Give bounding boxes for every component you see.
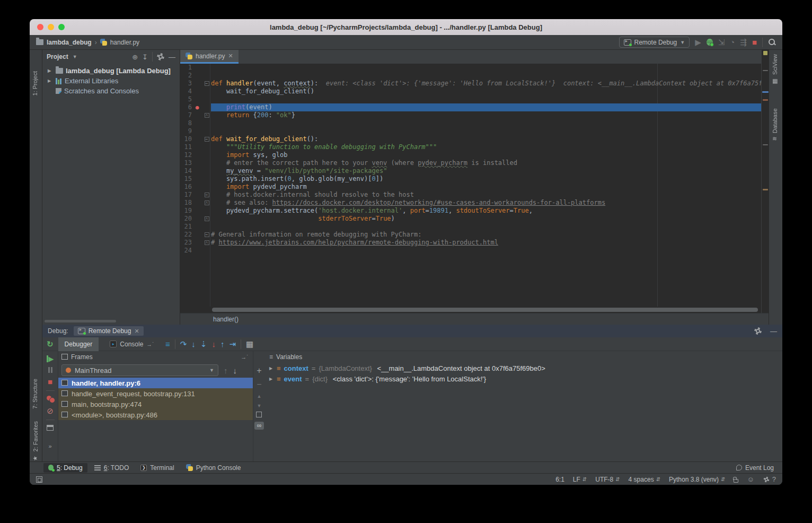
- layout-menu-icon[interactable]: ≡: [165, 340, 170, 348]
- stop-debug-button[interactable]: ■: [48, 378, 52, 386]
- inspections-profile-icon[interactable]: ☺: [747, 475, 754, 483]
- breakpoint-gutter[interactable]: [192, 151, 202, 159]
- breakpoint-gutter[interactable]: [192, 239, 202, 247]
- code-line[interactable]: 23˄# https://www.jetbrains.com/help/pych…: [180, 239, 761, 247]
- breakpoint-gutter[interactable]: [192, 135, 202, 143]
- mute-breakpoints-button[interactable]: ⊘: [47, 407, 54, 415]
- toolwindow-button-todo[interactable]: 6: TODO: [90, 463, 134, 473]
- stop-button[interactable]: ■: [752, 38, 757, 46]
- breakpoint-gutter[interactable]: [192, 72, 202, 80]
- locate-file-icon[interactable]: ⊕: [132, 53, 138, 61]
- close-icon[interactable]: ✕: [134, 328, 139, 335]
- editor-context-breadcrumb[interactable]: handler(): [180, 313, 769, 325]
- toolwindow-button-terminal[interactable]: ❯Terminal: [136, 463, 179, 473]
- code-line[interactable]: 1: [180, 64, 761, 72]
- hide-panel-icon[interactable]: —: [770, 327, 777, 335]
- variables-menu-icon[interactable]: ≡: [269, 353, 273, 361]
- variable-row[interactable]: ▶≡context = {LambdaContext} <__main__.La…: [265, 363, 782, 373]
- breakpoint-gutter[interactable]: [192, 111, 202, 119]
- code-line[interactable]: 7˄ return {200: "ok"}: [180, 111, 761, 119]
- breakpoint-gutter[interactable]: [192, 167, 202, 175]
- breakpoint-gutter[interactable]: [192, 159, 202, 167]
- breakpoint-gutter[interactable]: [192, 88, 202, 95]
- editor-tab-handler[interactable]: handler.py ✕: [180, 50, 239, 64]
- indent-select[interactable]: 4 spaces⇵: [629, 476, 660, 483]
- search-everywhere-icon[interactable]: [768, 38, 776, 46]
- run-with-coverage-button[interactable]: ⇶: [740, 38, 747, 46]
- hide-panel-icon[interactable]: —: [169, 53, 175, 61]
- toolwindow-switcher-icon[interactable]: [36, 476, 42, 483]
- next-frame-button[interactable]: ↓: [233, 367, 237, 374]
- breakpoint-gutter[interactable]: [192, 199, 202, 207]
- breakpoint-icon[interactable]: ●: [192, 103, 202, 111]
- collapse-all-icon[interactable]: ↧: [142, 53, 148, 61]
- evaluate-expression-icon[interactable]: ▦: [246, 340, 253, 348]
- fold-marker[interactable]: ˄: [202, 199, 211, 207]
- debug-button[interactable]: [707, 39, 713, 46]
- code-line[interactable]: 8: [180, 119, 761, 127]
- breakpoint-gutter[interactable]: [192, 191, 202, 199]
- step-over-button[interactable]: ↷: [180, 340, 187, 348]
- view-breakpoints-button[interactable]: [47, 396, 54, 402]
- code-line[interactable]: 10−def wait_for_debug_client():: [180, 135, 761, 143]
- error-stripe[interactable]: [761, 50, 769, 313]
- toolwindow-button-structure[interactable]: 7: Structure: [32, 379, 38, 409]
- fold-marker[interactable]: −: [202, 231, 211, 239]
- code-line[interactable]: 2: [180, 72, 761, 80]
- toolwindow-button-python-console[interactable]: Python Console: [181, 463, 246, 473]
- breakpoint-gutter[interactable]: [192, 223, 202, 231]
- close-window-button[interactable]: [37, 24, 43, 30]
- expand-arrow-icon[interactable]: ▶: [269, 366, 273, 371]
- code-line[interactable]: 21: [180, 223, 761, 231]
- toolwindow-button-database[interactable]: ≋Database: [771, 108, 778, 141]
- fold-marker[interactable]: ˄: [202, 111, 211, 119]
- code-line[interactable]: 5: [180, 95, 761, 103]
- breakpoint-gutter[interactable]: [192, 175, 202, 183]
- rerun-button[interactable]: ↻: [47, 340, 54, 348]
- fold-marker[interactable]: −: [202, 80, 211, 88]
- project-tree-item[interactable]: ▶lambda_debug [Lambda Debug]: [42, 66, 180, 76]
- minimize-window-button[interactable]: [48, 24, 54, 30]
- breakpoint-gutter[interactable]: [192, 64, 202, 72]
- profile-button[interactable]: ◔: [730, 38, 735, 46]
- ide-settings-icon[interactable]: ?: [763, 475, 776, 483]
- code-line[interactable]: 19 pydevd_pycharm.settrace('host.docker.…: [180, 207, 761, 215]
- breakpoint-gutter[interactable]: [192, 183, 202, 191]
- zoom-window-button[interactable]: [58, 24, 65, 30]
- restore-layout-button[interactable]: [47, 425, 54, 431]
- project-tree-item[interactable]: ▶External Libraries: [42, 76, 180, 86]
- attach-profiler-button[interactable]: ⇲: [718, 38, 725, 46]
- fold-marker[interactable]: −: [202, 135, 211, 143]
- pin-icon[interactable]: →˙: [241, 354, 249, 360]
- project-panel-title[interactable]: Project: [47, 53, 68, 60]
- code-line[interactable]: 22−# General information on remote debug…: [180, 231, 761, 239]
- frame-row[interactable]: handler, handler.py:6: [58, 378, 253, 388]
- tab-console[interactable]: ▸ Console →˙: [103, 337, 161, 351]
- previous-frame-button[interactable]: ↑: [224, 367, 228, 374]
- code-line[interactable]: 12 import sys, glob: [180, 151, 761, 159]
- frame-row[interactable]: main, bootstrap.py:474: [58, 399, 253, 409]
- code-line[interactable]: 13 # enter the correct path here to your…: [180, 159, 761, 167]
- close-icon[interactable]: ✕: [228, 53, 233, 59]
- frame-row[interactable]: handle_event_request, bootstrap.py:131: [58, 388, 253, 399]
- code-line[interactable]: 15 sys.path.insert(0, glob.glob(my_venv)…: [180, 175, 761, 183]
- tab-debugger[interactable]: Debugger: [58, 337, 99, 351]
- frame-row[interactable]: <module>, bootstrap.py:486: [58, 409, 253, 420]
- thread-select[interactable]: MainThread ▼: [61, 364, 218, 376]
- breakpoint-gutter[interactable]: [192, 119, 202, 127]
- code-line[interactable]: 11 """Utility function to enable debuggi…: [180, 143, 761, 151]
- step-into-button[interactable]: ↓: [191, 340, 196, 348]
- breakpoint-gutter[interactable]: [192, 215, 202, 223]
- debug-session-tab[interactable]: Remote Debug ✕: [74, 326, 144, 336]
- gear-icon[interactable]: [754, 327, 762, 335]
- breakpoint-gutter[interactable]: [192, 95, 202, 103]
- move-up-button[interactable]: ▲: [257, 394, 262, 399]
- pause-button[interactable]: [48, 367, 52, 373]
- code-line[interactable]: 3−def handler(event, context): event: <c…: [180, 80, 761, 88]
- move-down-button[interactable]: ▼: [257, 403, 262, 408]
- step-out-button[interactable]: ↑: [220, 340, 225, 348]
- code-line[interactable]: 24: [180, 247, 761, 255]
- code-line[interactable]: 14 my_venv = "venv/lib/python*/site-pack…: [180, 167, 761, 175]
- expand-arrow-icon[interactable]: ▶: [48, 79, 53, 83]
- toolwindow-button-favorites[interactable]: ★2: Favorites: [32, 421, 39, 461]
